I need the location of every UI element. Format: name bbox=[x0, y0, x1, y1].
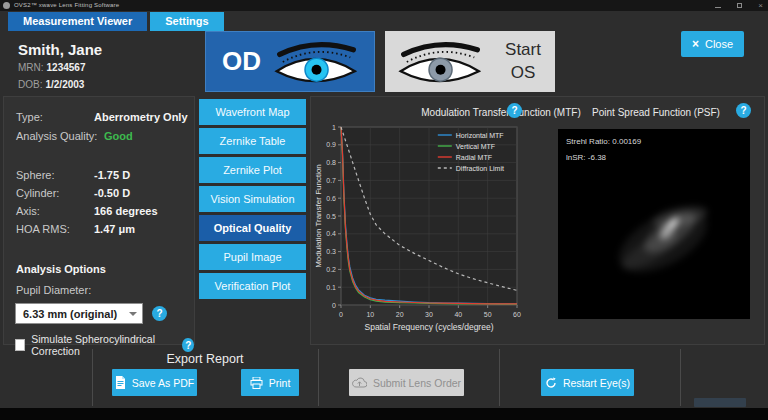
axis-label: Axis: bbox=[16, 205, 40, 217]
strehl-value: 0.00169 bbox=[612, 137, 641, 146]
document-icon bbox=[115, 376, 126, 389]
sphere-value: -1.75 D bbox=[94, 169, 130, 181]
spherocylindrical-help-icon[interactable]: ? bbox=[182, 338, 194, 352]
hidden-button bbox=[694, 398, 746, 407]
svg-text:0.9: 0.9 bbox=[326, 141, 336, 148]
save-as-pdf-button[interactable]: Save As PDF bbox=[112, 369, 197, 396]
svg-text:0.3: 0.3 bbox=[326, 248, 336, 255]
nav-pupil-image[interactable]: Pupil Image bbox=[199, 244, 306, 270]
svg-text:0.7: 0.7 bbox=[326, 177, 336, 184]
svg-text:0.6: 0.6 bbox=[326, 195, 336, 202]
spherocylindrical-checkbox[interactable] bbox=[15, 339, 25, 351]
printer-icon bbox=[250, 377, 263, 389]
analysis-info-panel: Type: Aberrometry Only Analysis Quality:… bbox=[3, 96, 195, 345]
svg-text:30: 30 bbox=[425, 311, 433, 318]
svg-text:0.1: 0.1 bbox=[326, 284, 336, 291]
bottom-strip bbox=[0, 408, 768, 420]
restart-eyes-label: Restart Eye(s) bbox=[563, 377, 630, 389]
svg-text:Radial MTF: Radial MTF bbox=[456, 154, 492, 161]
cylinder-value: -0.50 D bbox=[94, 187, 130, 199]
svg-text:0: 0 bbox=[332, 302, 336, 309]
strehl-ratio: Strehl Ratio: 0.00169 bbox=[566, 137, 641, 146]
pupil-help-icon[interactable]: ? bbox=[152, 306, 167, 321]
svg-text:0: 0 bbox=[339, 311, 343, 318]
nav-verification-plot[interactable]: Verification Plot bbox=[199, 273, 306, 299]
svg-text:0.5: 0.5 bbox=[326, 213, 336, 220]
lnsr-value: -6.38 bbox=[588, 153, 606, 162]
cloud-upload-icon bbox=[352, 377, 367, 388]
nav-zernike-plot[interactable]: Zernike Plot bbox=[199, 157, 306, 183]
chevron-down-icon bbox=[129, 312, 137, 316]
psf-help-icon[interactable]: ? bbox=[736, 103, 751, 118]
restart-eyes-button[interactable]: Restart Eye(s) bbox=[541, 369, 634, 396]
os-eye-icon bbox=[393, 34, 485, 90]
strehl-label: Strehl Ratio: bbox=[566, 137, 610, 146]
od-eye-button[interactable]: OD bbox=[205, 31, 375, 92]
dob-label: DOB: bbox=[18, 79, 42, 90]
patient-mrn: MRN:1234567 bbox=[18, 62, 86, 73]
psf-image: Strehl Ratio: 0.00169 lnSR: -6.38 bbox=[558, 129, 750, 319]
sphere-label: Sphere: bbox=[16, 169, 55, 181]
start-os-label: Start OS bbox=[491, 39, 555, 85]
print-button[interactable]: Print bbox=[241, 369, 299, 396]
svg-text:Horizontal MTF: Horizontal MTF bbox=[456, 132, 504, 139]
svg-text:0.8: 0.8 bbox=[326, 159, 336, 166]
svg-text:1: 1 bbox=[332, 124, 336, 131]
app-window: OVS2™ xwave Lens Fitting Software × Meas… bbox=[0, 0, 768, 420]
lnsr: lnSR: -6.38 bbox=[566, 153, 606, 162]
mrn-value: 1234567 bbox=[47, 62, 86, 73]
pupil-diameter-label: Pupil Diameter: bbox=[16, 284, 91, 296]
mrn-label: MRN: bbox=[18, 62, 44, 73]
start-os-line2: OS bbox=[491, 62, 555, 85]
svg-text:40: 40 bbox=[454, 311, 462, 318]
tab-bar: Measurement Viewer Settings bbox=[8, 12, 224, 31]
divider bbox=[680, 349, 681, 406]
svg-text:Diffraction Limit: Diffraction Limit bbox=[456, 165, 504, 172]
svg-text:10: 10 bbox=[366, 311, 374, 318]
minimize-icon[interactable] bbox=[715, 7, 721, 8]
app-logo-icon bbox=[3, 2, 10, 9]
title-bar: OVS2™ xwave Lens Fitting Software × bbox=[0, 0, 768, 11]
export-report-title: Export Report bbox=[92, 352, 318, 366]
tab-settings[interactable]: Settings bbox=[150, 12, 223, 31]
maximize-icon[interactable] bbox=[737, 3, 742, 8]
submit-lens-order-label: Submit Lens Order bbox=[373, 377, 461, 389]
od-label: OD bbox=[222, 46, 261, 77]
hoa-rms-label: HOA RMS: bbox=[16, 223, 70, 235]
lnsr-label: lnSR: bbox=[566, 153, 586, 162]
window-controls: × bbox=[715, 2, 763, 9]
optical-quality-panel: Modulation Transfer Function (MTF) ? 010… bbox=[310, 96, 765, 345]
save-as-pdf-label: Save As PDF bbox=[132, 377, 194, 389]
tab-measurement-viewer[interactable]: Measurement Viewer bbox=[8, 12, 147, 31]
pupil-diameter-select[interactable]: 6.33 mm (original) bbox=[15, 303, 143, 324]
svg-text:0.2: 0.2 bbox=[326, 266, 336, 273]
hoa-rms-value: 1.47 μm bbox=[94, 223, 135, 235]
nav-zernike-table[interactable]: Zernike Table bbox=[199, 128, 306, 154]
nav-optical-quality[interactable]: Optical Quality bbox=[199, 215, 306, 241]
svg-text:50: 50 bbox=[484, 311, 492, 318]
divider bbox=[318, 349, 319, 406]
patient-name: Smith, Jane bbox=[18, 41, 102, 58]
axis-value: 166 degrees bbox=[94, 205, 158, 217]
mtf-chart: 010203040506000.10.20.30.40.50.60.70.80.… bbox=[313, 119, 545, 345]
close-button[interactable]: × Close bbox=[681, 31, 744, 57]
print-label: Print bbox=[269, 377, 291, 389]
quality-label: Analysis Quality: bbox=[16, 130, 97, 142]
start-os-line1: Start bbox=[491, 39, 555, 62]
dob-value: 1/2/2003 bbox=[45, 79, 84, 90]
nav-vision-simulation[interactable]: Vision Simulation bbox=[199, 186, 306, 212]
svg-text:Spatial Frequency (cycles/degr: Spatial Frequency (cycles/degree) bbox=[365, 322, 494, 332]
svg-text:20: 20 bbox=[396, 311, 404, 318]
close-label: Close bbox=[705, 38, 733, 50]
divider bbox=[499, 349, 500, 406]
submit-lens-order-button[interactable]: Submit Lens Order bbox=[349, 369, 464, 396]
svg-text:Modulation Transfer Function: Modulation Transfer Function bbox=[314, 164, 323, 268]
pupil-diameter-value: 6.33 mm (original) bbox=[16, 308, 129, 320]
mtf-help-icon[interactable]: ? bbox=[507, 103, 522, 118]
nav-wavefront-map[interactable]: Wavefront Map bbox=[199, 99, 306, 125]
type-value: Aberrometry Only bbox=[94, 111, 188, 123]
svg-text:Vertical MTF: Vertical MTF bbox=[456, 143, 495, 150]
restart-icon bbox=[545, 377, 557, 389]
window-close-icon[interactable]: × bbox=[758, 2, 763, 9]
start-os-button[interactable]: Start OS bbox=[385, 31, 555, 92]
